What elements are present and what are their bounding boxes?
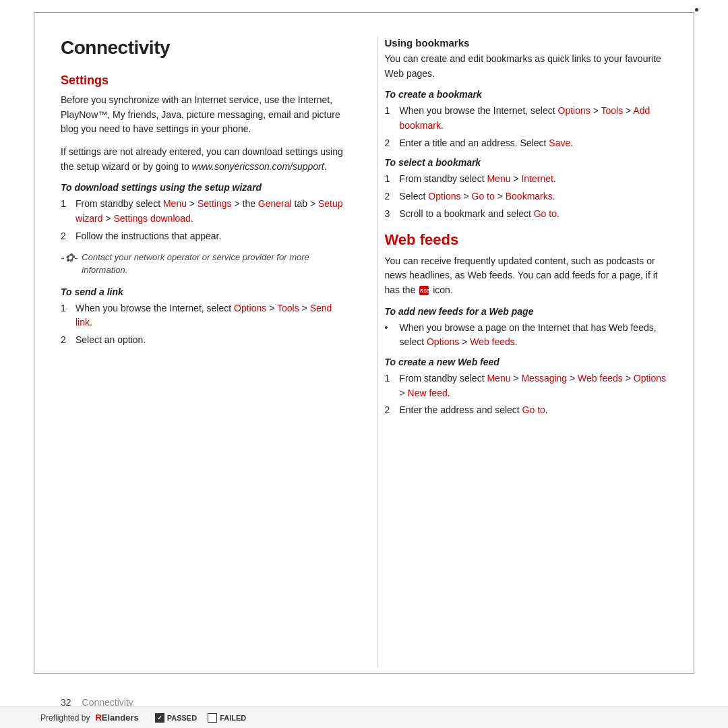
step-1: 1 From standby select Menu > Settings > … [61,197,344,226]
sb-step-2-text: Select Options > Go to > Bookmarks. [400,189,555,204]
cf-step-num-2: 2 [385,403,394,418]
create-bookmark-steps: 1 When you browse the Internet, select O… [385,104,668,150]
separator-line [34,673,694,674]
cb-step-2: 2 Enter a title and an address. Select S… [385,136,668,151]
send-step-num-1: 1 [61,301,70,330]
cf-step-num-1: 1 [385,371,394,400]
create-feed-steps: 1 From standby select Menu > Messaging >… [385,371,668,418]
preflight-logo: RElanders [95,712,138,723]
sb-step-2: 2 Select Options > Go to > Bookmarks. [385,189,668,204]
create-feed-heading: To create a new Web feed [385,357,668,367]
preflight-brand: Elanders [102,712,139,723]
cf-step-2-text: Enter the address and select Go to. [400,403,548,418]
step-2: 2 Follow the instructions that appear. [61,229,344,244]
rss-icon [419,286,429,295]
step-num-1: 1 [61,197,70,226]
send-link-heading: To send a link [61,286,344,297]
select-bookmark-heading: To select a bookmark [385,157,668,168]
send-link-steps: 1 When you browse the Internet, select O… [61,301,344,348]
send-step-num-2: 2 [61,333,70,348]
failed-badge: FAILED [208,713,246,723]
failed-label: FAILED [220,714,246,722]
bookmarks-intro: You can create and edit bookmarks as qui… [385,52,668,81]
add-feeds-list: When you browse a page on the Internet t… [385,321,668,350]
sb-step-3-text: Scroll to a bookmark and select Go to. [400,207,559,222]
step-num-2: 2 [61,229,70,244]
settings-second-para: If settings are not already entered, you… [61,145,344,174]
passed-badge: ✓ PASSED [155,713,197,723]
download-wizard-heading: To download settings using the setup wiz… [61,182,344,193]
failed-box [208,713,217,723]
cb-step-2-text: Enter a title and an address. Select Sav… [400,136,574,151]
add-feeds-item: When you browse a page on the Internet t… [385,321,668,350]
settings-heading: Settings [61,73,344,88]
tip-block: -✿- Contact your network operator or ser… [61,251,344,277]
cf-step-2: 2 Enter the address and select Go to. [385,403,668,418]
web-feeds-heading: Web feeds [385,231,668,249]
sb-step-num-1: 1 [385,172,394,187]
preflight-label: Preflighted by [40,713,90,723]
right-column: Using bookmarks You can create and edit … [377,37,668,667]
step-2-text: Follow the instructions that appear. [75,229,221,244]
tip-text: Contact your network operator or service… [82,251,343,277]
download-wizard-steps: 1 From standby select Menu > Settings > … [61,197,344,243]
send-step-1: 1 When you browse the Internet, select O… [61,301,344,330]
add-feeds-heading: To add new feeds for a Web page [385,306,668,317]
tip-icon: -✿- [61,249,78,267]
cf-step-1: 1 From standby select Menu > Messaging >… [385,371,668,400]
sb-step-1: 1 From standby select Menu > Internet. [385,172,668,187]
settings-intro: Before you synchronize with an Internet … [61,93,344,137]
cb-step-1: 1 When you browse the Internet, select O… [385,104,668,133]
content-area: Connectivity Settings Before you synchro… [61,37,667,667]
send-step-1-text: When you browse the Internet, select Opt… [75,301,344,330]
cb-step-num-1: 1 [385,104,394,133]
page-title: Connectivity [61,37,344,59]
preflight-bar: Preflighted by RElanders ✓ PASSED FAILED [0,706,728,728]
cb-step-num-2: 2 [385,136,394,151]
select-bookmark-steps: 1 From standby select Menu > Internet. 2… [385,172,668,221]
sb-step-1-text: From standby select Menu > Internet. [400,172,556,187]
cf-step-1-text: From standby select Menu > Messaging > W… [400,371,668,400]
add-feeds-text: When you browse a page on the Internet t… [400,321,668,350]
passed-checkmark: ✓ [155,713,164,723]
left-column: Connectivity Settings Before you synchro… [61,37,351,667]
passed-label: PASSED [167,714,197,722]
send-step-2: 2 Select an option. [61,333,344,348]
create-bookmark-heading: To create a bookmark [385,89,668,100]
step-1-text: From standby select Menu > Settings > th… [75,197,344,226]
bookmarks-heading: Using bookmarks [385,37,668,49]
corner-dot [695,8,698,11]
sb-step-3: 3 Scroll to a bookmark and select Go to. [385,207,668,222]
web-feeds-intro: You can receive frequently updated conte… [385,254,668,298]
sb-step-num-3: 3 [385,207,394,222]
sb-step-num-2: 2 [385,189,394,204]
cb-step-1-text: When you browse the Internet, select Opt… [400,104,668,133]
send-step-2-text: Select an option. [75,333,146,348]
